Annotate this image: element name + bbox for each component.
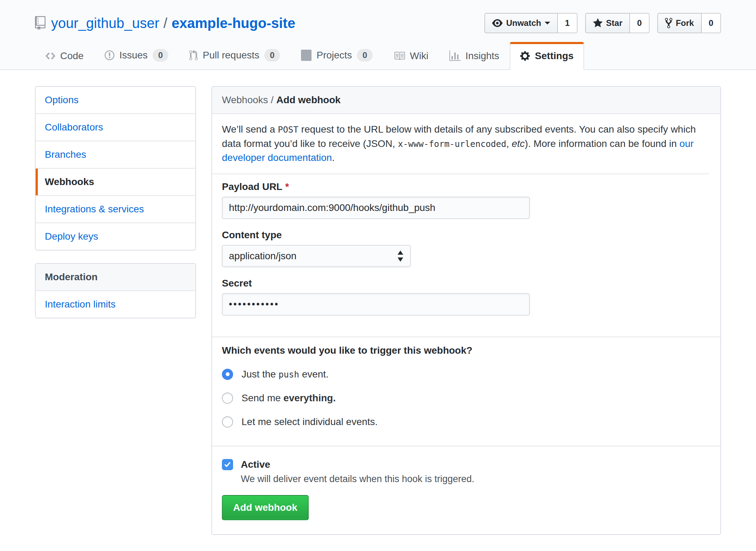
- eye-icon: [492, 18, 503, 28]
- description-text: .: [332, 152, 335, 163]
- event-option-everything-label: Send me everything.: [241, 393, 336, 404]
- moderation-header: Moderation: [36, 264, 195, 291]
- star-button[interactable]: Star: [585, 13, 630, 33]
- unwatch-button[interactable]: Unwatch: [484, 13, 558, 33]
- tab-issues-label: Issues: [119, 50, 148, 61]
- sidebar-item-webhooks[interactable]: Webhooks: [36, 169, 195, 196]
- active-checkbox-row: Active: [222, 459, 710, 470]
- payload-url-label: Payload URL*: [222, 181, 710, 192]
- tab-insights[interactable]: Insights: [439, 42, 510, 69]
- tab-issues[interactable]: Issues 0: [94, 41, 179, 69]
- pagehead-actions: Unwatch 1 Star 0 Fork 0: [484, 13, 721, 33]
- tab-projects[interactable]: Projects 0: [290, 41, 383, 69]
- radio-individual-events[interactable]: [222, 416, 233, 428]
- moderation-menu: Moderation Interaction limits: [35, 263, 196, 318]
- star-label: Star: [606, 19, 623, 27]
- sidebar-item-interaction-limits[interactable]: Interaction limits: [36, 291, 195, 318]
- code-icon: [46, 50, 55, 62]
- everything-bold: everything.: [284, 393, 336, 403]
- pull-requests-count-badge: 0: [264, 49, 280, 62]
- check-icon: [224, 461, 231, 468]
- fork-button-group: Fork 0: [657, 13, 721, 33]
- fork-icon: [665, 17, 672, 29]
- issue-icon: [105, 50, 114, 61]
- push-code: push: [279, 369, 299, 380]
- event-option-everything: Send me everything.: [222, 393, 710, 404]
- content-type-select[interactable]: application/json: [222, 245, 411, 267]
- active-checkbox[interactable]: [222, 459, 233, 470]
- book-icon: [394, 50, 405, 62]
- unwatch-label: Unwatch: [506, 19, 541, 27]
- watch-button-group: Unwatch 1: [484, 13, 577, 33]
- add-webhook-button[interactable]: Add webhook: [222, 495, 309, 520]
- tab-wiki[interactable]: Wiki: [383, 42, 439, 69]
- repo-owner-link[interactable]: your_github_user: [51, 15, 159, 31]
- payload-url-input[interactable]: [222, 197, 530, 219]
- sidebar-item-branches[interactable]: Branches: [36, 141, 195, 169]
- tab-settings-label: Settings: [535, 50, 573, 62]
- description-text: ,: [506, 138, 512, 149]
- project-icon: [301, 50, 312, 61]
- event-option-individual: Let me select individual events.: [222, 416, 710, 428]
- urlencoded-code: x-www-form-urlencoded: [398, 139, 506, 149]
- settings-sidebar: Options Collaborators Branches Webhooks …: [35, 86, 196, 318]
- push-label-pre: Just the: [241, 369, 279, 380]
- issues-count-badge: 0: [153, 49, 168, 62]
- event-option-individual-label: Let me select individual events.: [241, 416, 378, 428]
- fork-count[interactable]: 0: [702, 13, 721, 33]
- tab-wiki-label: Wiki: [410, 50, 428, 62]
- star-count[interactable]: 0: [630, 13, 649, 33]
- event-option-push: Just the push event.: [222, 369, 710, 380]
- content-type-label: Content type: [222, 229, 710, 241]
- pull-request-icon: [189, 50, 198, 61]
- repo-name-link[interactable]: example-hugo-site: [172, 15, 295, 31]
- repo-icon: [35, 16, 46, 30]
- etc-italic: etc: [512, 138, 525, 149]
- sidebar-item-collaborators[interactable]: Collaborators: [36, 114, 195, 141]
- breadcrumb-webhooks-link[interactable]: Webhooks: [222, 94, 268, 105]
- watch-count[interactable]: 1: [558, 13, 577, 33]
- sidebar-item-deploy-keys[interactable]: Deploy keys: [36, 223, 195, 250]
- webhook-footer-section: Active We will deliver event details whe…: [212, 446, 720, 534]
- fork-label: Fork: [676, 19, 694, 27]
- payload-url-label-text: Payload URL: [222, 181, 282, 192]
- active-help-text: We will deliver event details when this …: [241, 474, 710, 485]
- tab-pull-requests-label: Pull requests: [203, 50, 259, 61]
- sidebar-item-integrations[interactable]: Integrations & services: [36, 196, 195, 223]
- breadcrumb: Webhooks/Add webhook: [212, 87, 720, 114]
- fork-button[interactable]: Fork: [657, 13, 702, 33]
- post-code: POST: [278, 125, 299, 135]
- repo-nav: Code Issues 0 Pull requests 0 Projects 0…: [35, 41, 721, 69]
- repo-title: your_github_user / example-hugo-site: [35, 15, 295, 31]
- star-button-group: Star 0: [585, 13, 650, 33]
- secret-label: Secret: [222, 278, 710, 289]
- active-label: Active: [241, 459, 270, 470]
- tab-insights-label: Insights: [465, 50, 499, 62]
- description-text: We’ll send a: [222, 124, 278, 135]
- projects-count-badge: 0: [357, 49, 373, 62]
- tab-settings[interactable]: Settings: [510, 42, 584, 70]
- events-heading: Which events would you like to trigger t…: [222, 345, 710, 356]
- tab-pull-requests[interactable]: Pull requests 0: [179, 41, 290, 69]
- page-head: your_github_user / example-hugo-site Unw…: [0, 0, 756, 70]
- push-label-post: event.: [299, 369, 329, 380]
- required-asterisk: *: [285, 181, 289, 192]
- breadcrumb-current: Add webhook: [276, 94, 341, 105]
- repo-header-row: your_github_user / example-hugo-site Unw…: [35, 12, 721, 34]
- webhook-events-section: Which events would you like to trigger t…: [212, 337, 720, 446]
- star-icon: [593, 17, 603, 29]
- secret-input[interactable]: [222, 293, 530, 316]
- tab-code[interactable]: Code: [35, 42, 94, 69]
- radio-everything[interactable]: [222, 393, 233, 404]
- webhook-description: We’ll send a POST request to the URL bel…: [212, 114, 709, 174]
- everything-label-pre: Send me: [241, 393, 284, 403]
- sidebar-item-options[interactable]: Options: [36, 87, 195, 114]
- gear-icon: [520, 50, 530, 62]
- content-type-value: application/json: [229, 250, 296, 262]
- repo-title-separator: /: [163, 15, 167, 31]
- tab-projects-label: Projects: [316, 50, 352, 61]
- select-arrows-icon: [397, 250, 404, 262]
- settings-menu: Options Collaborators Branches Webhooks …: [35, 86, 196, 250]
- breadcrumb-separator: /: [271, 94, 274, 105]
- radio-just-push[interactable]: [222, 369, 233, 380]
